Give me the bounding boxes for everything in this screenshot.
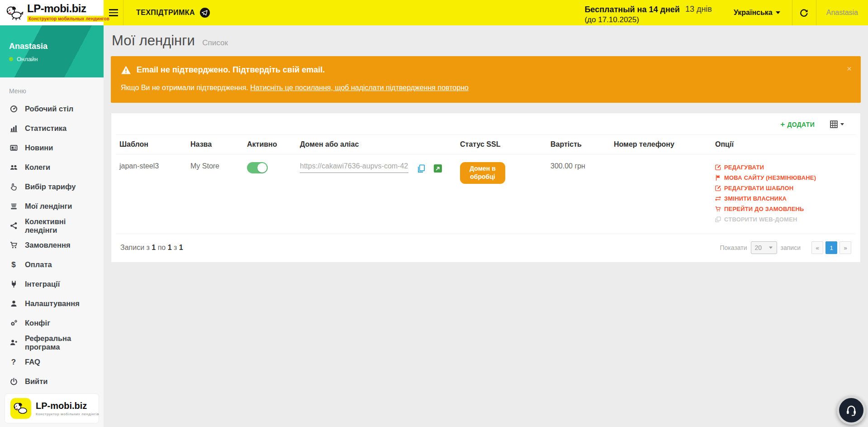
language-label: Українська xyxy=(734,9,773,17)
sidebar-item-statistics[interactable]: Статистика xyxy=(0,119,104,138)
email-warning-alert: Email не підтверджено. Підтвердіть свій … xyxy=(111,56,861,103)
table-view-dropdown[interactable] xyxy=(830,120,844,128)
footer-brand-title: LP-mobi.biz xyxy=(36,401,99,410)
colleagues-icon xyxy=(9,163,18,171)
sidebar-item-referral[interactable]: Реферальна програма xyxy=(0,333,104,352)
option-link[interactable]: РЕДАГУВАТИ ШАБЛОН xyxy=(715,183,852,193)
chevron-down-icon xyxy=(769,247,773,249)
close-icon[interactable]: × xyxy=(847,64,852,73)
sidebar-toggle-button[interactable] xyxy=(104,0,123,25)
table-footer: Записи з 1 по 1 з 1 Показати 20 записи «… xyxy=(116,234,856,262)
records-label: записи xyxy=(781,244,801,251)
landings-table: ШаблонНазваАктивноДомен або аліасСтатус … xyxy=(116,134,856,234)
sidebar-item-faq[interactable]: ?FAQ xyxy=(0,352,104,372)
sidebar-item-collective-landings[interactable]: Колективні лендінги xyxy=(0,216,104,235)
plus-icon: + xyxy=(780,120,785,128)
username-label: Anastasia xyxy=(826,9,858,17)
brand-logo[interactable]: LP-mobi.biz Конструктор мобильных лендин… xyxy=(0,0,104,25)
domain-input[interactable] xyxy=(300,162,408,173)
sidebar-item-label: Інтеграції xyxy=(25,280,60,288)
sidebar-item-label: FAQ xyxy=(25,358,40,366)
pagination-page-1[interactable]: 1 xyxy=(825,241,837,254)
sidebar-item-orders[interactable]: Замовлення xyxy=(0,235,104,255)
sidebar-footer-logo[interactable]: LP-mobi.biz Конструктор мобільних лендін… xyxy=(5,393,99,423)
support-label: ТЕХПІДТРИМКА xyxy=(136,9,195,17)
option-link[interactable]: МОВА САЙТУ (НЕЗМІНЮВАНЕ) xyxy=(715,173,852,183)
profile-name: Anastasia xyxy=(9,42,104,51)
sidebar-item-config[interactable]: Конфіг xyxy=(0,313,104,333)
resend-confirmation-link[interactable]: Натисніть це посилання, щоб надіслати пі… xyxy=(250,84,469,91)
telegram-icon xyxy=(199,7,210,18)
open-external-icon[interactable] xyxy=(434,164,442,173)
page-size-select[interactable]: 20 xyxy=(751,241,777,254)
chevron-down-icon xyxy=(840,123,844,125)
ssl-status-badge: Домен в обробці xyxy=(460,162,505,184)
option-link[interactable]: РЕДАГУВАТИ xyxy=(715,162,852,173)
profile-status: Онлайн xyxy=(9,56,104,62)
copy-icon[interactable] xyxy=(417,164,426,173)
sidebar-item-label: Вийти xyxy=(25,377,47,386)
option-label: РЕДАГУВАТИ ШАБЛОН xyxy=(724,185,793,192)
column-header: Домен або аліас xyxy=(296,135,456,154)
refresh-button[interactable] xyxy=(792,0,816,25)
brand-tagline: Конструктор мобильных лендингов xyxy=(27,16,111,22)
sidebar-item-colleagues[interactable]: Колеги xyxy=(0,158,104,177)
stats-icon xyxy=(9,125,18,132)
sidebar-item-label: Статистика xyxy=(25,124,66,133)
sidebar-item-my-landings[interactable]: Мої лендінги xyxy=(0,197,104,216)
dashboard-icon xyxy=(9,105,18,113)
refresh-icon xyxy=(800,9,808,17)
sidebar-item-integrations[interactable]: Інтеграції xyxy=(0,274,104,294)
grid-icon xyxy=(830,120,838,128)
column-header: Активно xyxy=(243,135,296,154)
sidebar-profile: Anastasia Онлайн xyxy=(0,25,104,77)
settings-icon xyxy=(9,300,18,307)
integrations-icon xyxy=(9,280,18,288)
option-link[interactable]: ПЕРЕЙТИ ДО ЗАМОВЛЕНЬ xyxy=(715,204,852,214)
column-header: Статус SSL xyxy=(456,135,547,154)
column-header: Опції xyxy=(711,135,856,154)
option-link[interactable]: ЗМІНИТИ ВЛАСНИКА xyxy=(715,193,852,204)
faq-icon: ? xyxy=(9,358,18,367)
payment-icon: $ xyxy=(9,260,18,269)
sidebar-item-label: Вибір тарифу xyxy=(25,182,76,191)
sidebar-item-settings[interactable]: Налаштування xyxy=(0,294,104,313)
active-toggle[interactable] xyxy=(247,162,268,173)
column-header: Шаблон xyxy=(116,135,187,154)
edit-icon xyxy=(715,185,721,191)
add-landing-button[interactable]: + ДОДАТИ xyxy=(780,120,815,128)
support-chat-button[interactable] xyxy=(837,396,866,425)
sidebar-item-tariff[interactable]: Вибір тарифу xyxy=(0,177,104,197)
sidebar-item-logout[interactable]: Вийти xyxy=(0,372,104,391)
menu-section-label: Меню xyxy=(9,87,95,95)
online-status-dot xyxy=(9,57,13,61)
dog-mascot-icon xyxy=(5,5,24,20)
sidebar-item-label: Мої лендінги xyxy=(25,202,72,211)
pagination-prev[interactable]: « xyxy=(811,241,823,254)
cell-template: japan-steel3 xyxy=(116,154,187,234)
sidebar-item-label: Конфіг xyxy=(25,319,50,327)
language-dropdown[interactable]: Українська xyxy=(722,0,792,25)
table-row: japan-steel3 My Store xyxy=(116,154,856,234)
orders-icon xyxy=(9,241,18,249)
tariff-info: Бесплатный на 14 дней (до 17.10.2025) 13… xyxy=(584,0,721,25)
sidebar-item-payment[interactable]: $Оплата xyxy=(0,255,104,274)
topbar: LP-mobi.biz Конструктор мобильных лендин… xyxy=(0,0,868,25)
tariff-icon xyxy=(9,183,18,191)
option-link: СТВОРИТИ WEB-ДОМЕН xyxy=(715,214,852,225)
logout-icon xyxy=(9,378,18,385)
cart-icon xyxy=(715,206,721,212)
collective-icon xyxy=(9,222,18,230)
sidebar-item-label: Новини xyxy=(25,144,53,152)
sidebar-item-dashboard[interactable]: Робочий стіл xyxy=(0,99,104,119)
row-options: РЕДАГУВАТИМОВА САЙТУ (НЕЗМІНЮВАНЕ)РЕДАГУ… xyxy=(715,162,852,225)
page-title: Мої лендінги xyxy=(112,33,195,48)
support-link[interactable]: ТЕХПІДТРИМКА xyxy=(136,0,210,25)
main-content: Мої лендінги Список Email не підтверджен… xyxy=(104,25,868,427)
panel-toolbar: + ДОДАТИ xyxy=(116,113,856,134)
pagination-next[interactable]: » xyxy=(840,241,851,254)
referral-icon xyxy=(9,339,18,346)
user-menu[interactable]: Anastasia xyxy=(816,0,868,25)
sidebar-item-label: Оплата xyxy=(25,260,52,269)
sidebar-item-news[interactable]: Новини xyxy=(0,138,104,158)
